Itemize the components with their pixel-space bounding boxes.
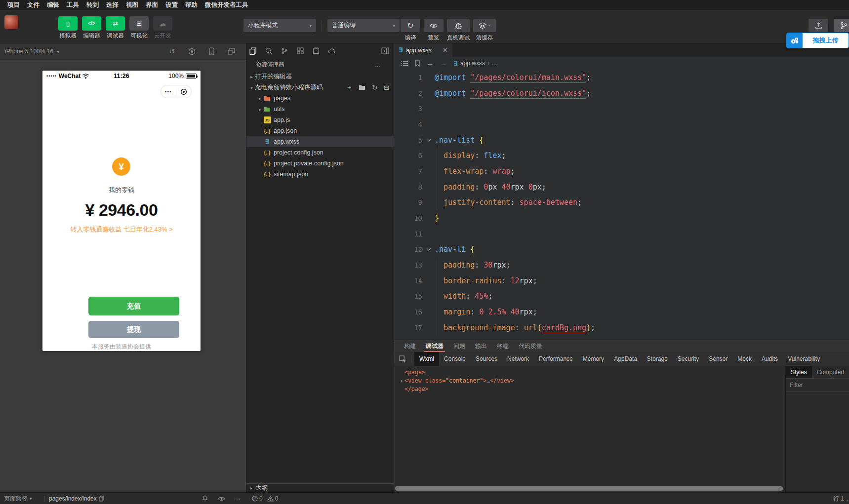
panel-tab-代码质量[interactable]: 代码质量: [519, 340, 542, 352]
clear-cache-button[interactable]: ▾ 清缓存: [473, 19, 496, 41]
编辑器-button[interactable]: </>编辑器: [82, 16, 101, 39]
styles-tab-Styles[interactable]: Styles: [786, 366, 812, 378]
collapse-sidebar-icon[interactable]: [381, 47, 389, 54]
problems-indicator[interactable]: 0 0: [252, 493, 278, 504]
inspect-element-icon[interactable]: [397, 355, 408, 363]
project-root-row[interactable]: ▾充电余额特效小程序源码＋↻⊟: [246, 82, 394, 93]
menu-item-视图[interactable]: 视图: [123, 1, 141, 9]
menu-item-选择[interactable]: 选择: [103, 1, 121, 9]
tree-item-pages[interactable]: ▸pages: [246, 93, 394, 104]
capsule-more-dots[interactable]: •••: [161, 89, 176, 94]
tree-item-project.config.json[interactable]: {..}project.config.json: [246, 147, 394, 158]
menu-item-微信开发者工具[interactable]: 微信开发者工具: [202, 1, 251, 9]
breadcrumb[interactable]: ∃ app.wxss › ...: [453, 60, 497, 67]
search-icon[interactable]: [265, 47, 273, 55]
menu-item-设置[interactable]: 设置: [162, 1, 181, 9]
promo-link[interactable]: 转入零钱通赚收益 七日年化2.43% >: [42, 225, 201, 234]
record-icon[interactable]: [188, 48, 196, 55]
调试器-button[interactable]: ⇄调试器: [106, 16, 125, 39]
panel-tab-构建[interactable]: 构建: [404, 340, 416, 352]
close-icon[interactable]: ✕: [443, 46, 448, 54]
refresh-icon[interactable]: ↻: [372, 84, 377, 91]
device-selector[interactable]: iPhone 5 100% 16 ▾: [5, 48, 59, 55]
extensions-icon[interactable]: [296, 47, 304, 55]
fold-chevron-icon[interactable]: [422, 248, 435, 251]
devtools-tab-Vulnerability[interactable]: Vulnerability: [783, 352, 825, 366]
devtools-tab-Mock[interactable]: Mock: [732, 352, 757, 366]
模拟器-button[interactable]: ▯模拟器: [58, 16, 78, 39]
wxml-node[interactable]: <page>: [398, 368, 785, 376]
fold-chevron-icon[interactable]: [422, 139, 435, 142]
devtools-tab-Memory[interactable]: Memory: [578, 352, 609, 366]
device-debug-button[interactable]: 真机调试: [447, 19, 470, 41]
devtools-tab-Wxml[interactable]: Wxml: [414, 352, 439, 366]
panel-tab-终端[interactable]: 终端: [497, 340, 509, 352]
recharge-button[interactable]: 充值: [88, 297, 179, 315]
tree-item-project.private.config.json[interactable]: {..}project.private.config.json: [246, 158, 394, 169]
tree-item-sitemap.json[interactable]: {..}sitemap.json: [246, 169, 394, 180]
new-folder-icon[interactable]: [359, 84, 365, 90]
preview-button[interactable]: 预览: [424, 19, 444, 41]
devtools-tab-Sensor[interactable]: Sensor: [704, 352, 732, 366]
capsule-close-target-icon[interactable]: [176, 88, 191, 95]
tree-item-app.js[interactable]: JSapp.js: [246, 115, 394, 125]
panel-tab-输出[interactable]: 输出: [475, 340, 487, 352]
source-control-icon[interactable]: [281, 47, 288, 55]
styles-tab-Computed[interactable]: Computed: [812, 366, 849, 378]
package-icon[interactable]: [312, 47, 320, 55]
horizontal-scrollbar[interactable]: [395, 486, 783, 491]
tab-app-wxss[interactable]: ∃ app.wxss ✕: [394, 43, 452, 57]
user-avatar[interactable]: [4, 15, 18, 29]
outline-list-icon[interactable]: [401, 61, 408, 66]
eye-icon[interactable]: [218, 493, 225, 504]
more-actions-icon[interactable]: …: [374, 61, 381, 69]
new-file-icon[interactable]: ＋: [346, 83, 352, 92]
menu-item-帮助[interactable]: 帮助: [182, 1, 201, 9]
phone-frame-icon[interactable]: [209, 47, 214, 55]
upload-button[interactable]: [809, 19, 828, 32]
tree-item-utils[interactable]: ▸utils: [246, 104, 394, 115]
panel-tab-调试器[interactable]: 调试器: [426, 340, 444, 352]
wxml-node[interactable]: </page>: [398, 385, 785, 393]
mode-select[interactable]: 小程序模式 ▾: [243, 19, 316, 32]
compile-button[interactable]: ↻ 编译: [401, 19, 420, 41]
menu-item-文件[interactable]: 文件: [24, 1, 42, 9]
cloud-icon[interactable]: [328, 47, 336, 55]
styles-filter[interactable]: Filter: [786, 379, 849, 392]
more-icon[interactable]: ⋯: [234, 493, 241, 504]
devtools-tab-Network[interactable]: Network: [502, 352, 534, 366]
copy-icon[interactable]: [99, 496, 104, 502]
code-editor[interactable]: 1@import "/pages/colorui/main.wxss";2@im…: [394, 70, 849, 336]
devtools-tab-Sources[interactable]: Sources: [471, 352, 502, 366]
wxml-node[interactable]: ▸<view class="container">…</view>: [398, 376, 785, 385]
withdraw-button[interactable]: 提现: [88, 321, 179, 338]
tree-item-app.wxss[interactable]: ∃app.wxss: [246, 136, 394, 147]
devtools-tab-AppData[interactable]: AppData: [609, 352, 642, 366]
devtools-tab-Storage[interactable]: Storage: [642, 352, 673, 366]
back-arrow-icon[interactable]: ←: [427, 59, 434, 67]
menu-item-工具[interactable]: 工具: [64, 1, 82, 9]
forward-arrow-icon[interactable]: →: [440, 59, 447, 67]
devtools-tab-Performance[interactable]: Performance: [534, 352, 578, 366]
rotate-icon[interactable]: ↺: [169, 47, 175, 55]
menu-item-编辑[interactable]: 编辑: [44, 1, 62, 9]
menu-item-转到[interactable]: 转到: [83, 1, 102, 9]
可视化-button[interactable]: ⊞可视化: [129, 16, 149, 39]
menu-item-项目[interactable]: 项目: [4, 1, 23, 9]
bookmark-icon[interactable]: [414, 60, 420, 67]
panel-tab-问题[interactable]: 问题: [453, 340, 465, 352]
section-open-editors[interactable]: ▸打开的编辑器: [246, 71, 394, 82]
compile-mode-select[interactable]: 普通编译 ▾: [327, 19, 400, 32]
devtools-tab-Console[interactable]: Console: [439, 352, 471, 366]
collapse-all-icon[interactable]: ⊟: [384, 84, 389, 91]
menu-item-界面[interactable]: 界面: [143, 1, 161, 9]
detach-window-icon[interactable]: [228, 48, 235, 55]
notification-bell-icon[interactable]: [202, 493, 208, 504]
devtools-tab-Audits[interactable]: Audits: [757, 352, 783, 366]
version-control-button[interactable]: [834, 19, 849, 32]
outline-section[interactable]: ▸ 大纲: [246, 483, 394, 492]
netdisk-drag-upload-overlay[interactable]: 拖拽上传: [786, 33, 849, 48]
capsule-menu[interactable]: •••: [161, 85, 192, 98]
page-path-selector[interactable]: 页面路径 ▾: [4, 493, 32, 504]
tree-item-app.json[interactable]: {..}app.json: [246, 125, 394, 136]
